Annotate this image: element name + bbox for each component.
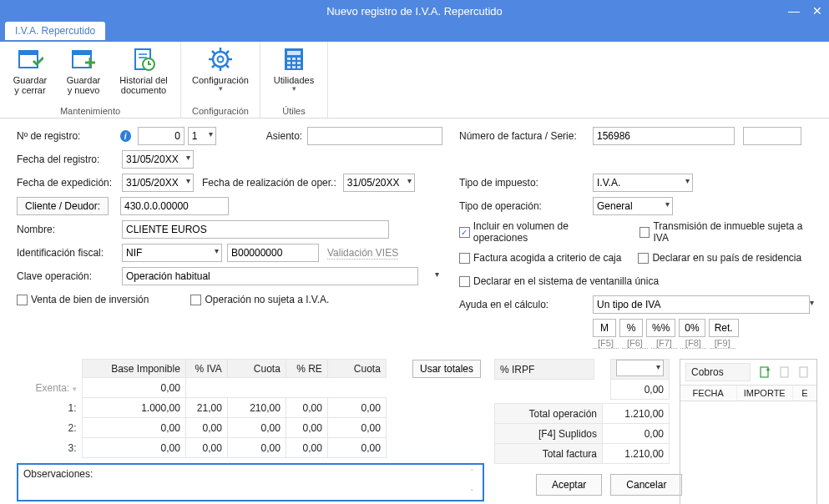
delete-cobro-icon[interactable] <box>796 365 811 380</box>
declarar-residencia-checkbox[interactable]: Declarar en su país de residencia <box>638 252 801 264</box>
svg-rect-30 <box>781 367 788 377</box>
ribbon-group-label: Configuración <box>192 104 249 116</box>
nombre-input[interactable] <box>122 220 389 239</box>
cell[interactable]: 0,00 <box>82 418 185 438</box>
cell[interactable]: 0,00 <box>286 398 327 418</box>
cell[interactable]: 0,00 <box>227 438 286 458</box>
history-button[interactable]: Historial del documento <box>114 45 174 95</box>
cell[interactable]: 0,00 <box>185 418 227 438</box>
identfiscal-num-input[interactable] <box>227 244 319 262</box>
op-no-sujeta-checkbox[interactable]: Operación no sujeta a I.V.A. <box>190 294 329 305</box>
minimize-icon[interactable]: — <box>786 4 802 18</box>
cliente-deudor-button[interactable]: Cliente / Deudor: <box>17 197 109 215</box>
calendar-new-icon <box>69 45 98 73</box>
scrollbar-stub[interactable]: ˄˅ <box>466 468 478 496</box>
window-title: Nuevo registro de I.V.A. Repercutido <box>326 5 503 18</box>
irpf-value[interactable]: 0,00 <box>611 380 670 400</box>
fecharegistro-input[interactable] <box>122 150 194 169</box>
declarar-ventanilla-checkbox[interactable]: Declarar en el sistema de ventanilla úni… <box>459 275 659 287</box>
cell[interactable]: 0,00 <box>82 378 185 398</box>
calc-ret-button[interactable]: Ret. <box>709 319 739 337</box>
observaciones-field[interactable]: Observaciones: ˄˅ <box>17 463 484 501</box>
save-new-button[interactable]: Guardar y nuevo <box>60 45 107 95</box>
fkey-f8: [F8] <box>680 338 706 349</box>
factura-caja-checkbox[interactable]: Factura acogida a criterio de caja <box>459 252 621 264</box>
history-label: Historial del documento <box>119 75 167 95</box>
total-factura-label: Total factura <box>495 444 603 464</box>
calc-m-button[interactable]: M <box>593 319 616 337</box>
fecharegistro-label: Fecha del registro: <box>17 154 122 165</box>
cell[interactable]: 210,00 <box>227 398 286 418</box>
svg-rect-24 <box>292 62 296 64</box>
gear-icon <box>206 45 235 73</box>
svg-line-15 <box>226 65 230 68</box>
fkey-f6: [F6] <box>622 338 648 349</box>
ribbon-group-mantenimiento: Guardar y cerrar Guardar y nuevo Histori… <box>0 42 181 118</box>
transmision-inmueble-checkbox[interactable]: Transmisión de inmueble sujeta a IVA <box>639 220 817 244</box>
accept-button[interactable]: Aceptar <box>536 474 602 496</box>
tipoimp-label: Tipo de impuesto: <box>459 177 593 189</box>
venta-bien-inversion-checkbox[interactable]: Venta de bien de inversión <box>17 294 149 305</box>
tab-iva-repercutido[interactable]: I.V.A. Repercutido <box>5 22 105 40</box>
numfactura-input[interactable] <box>593 127 735 145</box>
ribbon: Guardar y cerrar Guardar y nuevo Histori… <box>0 42 829 118</box>
numfactura-label: Número de factura / Serie: <box>459 130 593 142</box>
cell[interactable]: 0,00 <box>327 418 386 438</box>
cobros-body[interactable] <box>680 401 816 504</box>
incluir-volumen-checkbox[interactable]: Incluir en volumen de operaciones <box>459 220 623 244</box>
identfiscal-label: Identificación fiscal: <box>17 247 122 259</box>
fechareal-input[interactable] <box>343 174 415 192</box>
window-titlebar: Nuevo registro de I.V.A. Repercutido — ✕ <box>0 0 829 22</box>
cell[interactable]: 21,00 <box>185 398 227 418</box>
close-icon[interactable]: ✕ <box>809 4 826 18</box>
cell[interactable]: 0,00 <box>327 398 386 418</box>
cobros-col-importe: IMPORTE <box>737 386 794 401</box>
cell[interactable]: 0,00 <box>185 438 227 458</box>
svg-rect-29 <box>761 367 768 377</box>
identfiscal-tipo-select[interactable] <box>122 244 222 262</box>
cell[interactable]: 0,00 <box>82 438 185 458</box>
observaciones-textarea[interactable] <box>107 468 466 496</box>
numfactura-serie-input[interactable] <box>743 127 801 145</box>
info-icon[interactable]: i <box>120 130 131 142</box>
total-op-label: Total operación <box>495 404 603 424</box>
calculator-icon <box>280 45 308 73</box>
usar-totales-button[interactable]: Usar totales <box>412 360 481 378</box>
cell[interactable]: 0,00 <box>286 418 327 438</box>
cell[interactable]: 0,00 <box>286 438 327 458</box>
cancel-button[interactable]: Cancelar <box>610 474 682 496</box>
col-irpf: % IRPF <box>495 360 594 380</box>
nregistro-serie-select[interactable] <box>188 127 216 145</box>
total-op-value: 1.210,00 <box>603 404 670 424</box>
asiento-input[interactable] <box>307 127 442 145</box>
irpf-type-select[interactable] <box>616 360 664 376</box>
ayuda-calc-select[interactable] <box>593 295 810 314</box>
svg-rect-1 <box>19 51 38 55</box>
cliente-deudor-input[interactable] <box>120 197 229 215</box>
calendar-save-icon <box>16 45 44 73</box>
suplidos-value[interactable]: 0,00 <box>603 424 670 444</box>
save-close-button[interactable]: Guardar y cerrar <box>7 45 53 95</box>
cell[interactable]: 1.000,00 <box>82 398 185 418</box>
col-pre: % RE <box>286 360 327 378</box>
tipoop-select[interactable] <box>593 197 673 215</box>
claveop-select[interactable] <box>122 267 418 285</box>
fkey-f9: [F9] <box>710 338 735 349</box>
config-button[interactable]: Configuración ▾ <box>188 45 253 93</box>
calc-pct-button[interactable]: % <box>619 319 643 337</box>
nregistro-input[interactable] <box>138 127 185 145</box>
col-base: Base Imponible <box>82 360 185 378</box>
add-cobro-icon[interactable] <box>757 365 772 380</box>
tipoimp-select[interactable] <box>593 174 693 192</box>
nregistro-label: Nº de registro: <box>17 130 117 142</box>
fechaexp-input[interactable] <box>122 174 194 192</box>
calc-pctpct-button[interactable]: %% <box>646 319 675 337</box>
suplidos-label[interactable]: [F4] Suplidos <box>495 424 603 444</box>
cell[interactable]: 0,00 <box>327 438 386 458</box>
utils-button[interactable]: Utilidades ▾ <box>267 45 321 93</box>
validacion-vies-link[interactable]: Validación VIES <box>327 247 398 260</box>
edit-cobro-icon[interactable] <box>777 365 792 380</box>
cell[interactable]: 0,00 <box>227 418 286 438</box>
calc-0pct-button[interactable]: 0% <box>679 319 705 337</box>
table-row: 1: 1.000,00 21,00 210,00 0,00 0,00 <box>17 398 484 418</box>
